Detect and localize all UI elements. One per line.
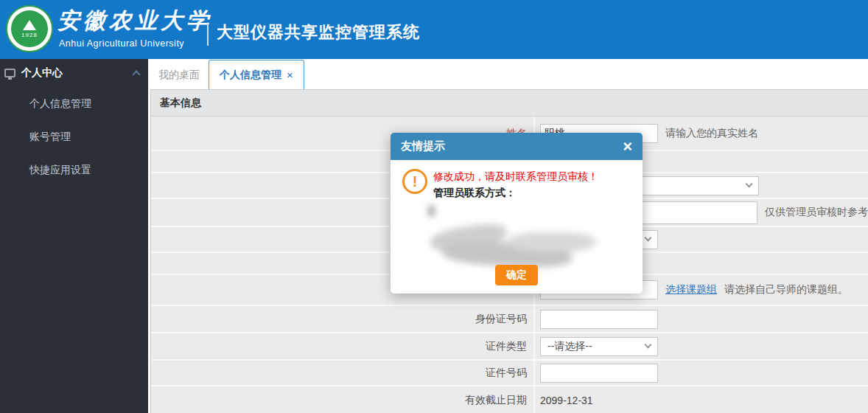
ok-button[interactable]: 确定	[495, 265, 538, 285]
sidebar-section-label: 个人中心	[21, 66, 133, 80]
form-row-cert-type: 证件类型 --请选择--	[151, 333, 868, 361]
logo-year: 1928	[21, 32, 38, 38]
valid-until-value: 2099-12-31	[540, 395, 593, 406]
university-name-cn: 安徽农业大学	[57, 6, 212, 36]
sidebar-item-account[interactable]: 账号管理	[0, 120, 148, 153]
chevron-down-icon	[746, 181, 753, 188]
form-row-id-number: 身份证号码	[151, 306, 868, 333]
dialog-body: ! 修改成功，请及时联系管理员审核！ 管理员联系方式： 确定	[391, 160, 643, 294]
field-label: 身份证号码	[151, 306, 535, 332]
select-value: --请选择--	[547, 340, 592, 353]
panel-title: 基本信息	[151, 90, 868, 117]
form-row-cert-number: 证件号码	[151, 361, 868, 386]
sidebar-item-personal-info[interactable]: 个人信息管理	[0, 87, 148, 120]
dialog-message: 修改成功，请及时联系管理员审核！	[433, 170, 598, 184]
cert-number-input[interactable]	[540, 364, 658, 383]
chevron-up-icon	[132, 70, 140, 78]
university-name-en: Anhui Agricultural University	[59, 38, 184, 49]
tree-icon	[23, 20, 36, 30]
tab-strip: 我的桌面 个人信息管理 ×	[148, 59, 868, 89]
dialog-header: 友情提示 ×	[391, 133, 643, 160]
id-number-input[interactable]	[540, 310, 658, 329]
form-row-valid-until: 有效截止日期 2099-12-31	[151, 386, 868, 413]
sidebar-section-personal-center[interactable]: 个人中心	[0, 59, 148, 87]
sidebar-item-quick-apps[interactable]: 快捷应用设置	[0, 153, 148, 187]
university-logo: 1928	[6, 5, 53, 52]
close-icon[interactable]: ×	[623, 139, 632, 155]
tab-label: 我的桌面	[158, 69, 200, 82]
notice-dialog: 友情提示 × ! 修改成功，请及时联系管理员审核！ 管理员联系方式： 确定	[391, 133, 643, 294]
banner-separator	[207, 24, 209, 46]
sidebar: 个人中心 个人信息管理 账号管理 快捷应用设置	[0, 59, 148, 413]
dialog-contact-label: 管理员联系方式：	[433, 187, 516, 200]
close-icon[interactable]: ×	[287, 69, 293, 81]
field-hint: 仅供管理员审核时参考	[765, 206, 868, 219]
tab-label: 个人信息管理	[220, 69, 281, 82]
select-research-group-link[interactable]: 选择课题组	[665, 283, 717, 296]
field-hint: 请选择自己导师的课题组。	[724, 283, 848, 296]
field-label: 证件类型	[151, 333, 535, 359]
university-logo-emblem: 1928	[11, 10, 48, 47]
tab-personal-info[interactable]: 个人信息管理 ×	[209, 60, 304, 89]
desktop-icon	[4, 69, 15, 77]
chevron-down-icon	[645, 341, 652, 349]
field-hint: 请输入您的真实姓名	[665, 127, 758, 140]
chevron-down-icon	[645, 235, 652, 242]
field-label: 证件号码	[151, 361, 535, 385]
system-title: 大型仪器共享监控管理系统	[217, 21, 420, 44]
dialog-title: 友情提示	[401, 139, 445, 153]
redacted-contact-info	[413, 206, 604, 272]
exclamation-circle-icon: !	[402, 169, 427, 194]
top-banner: 1928 安徽农业大学 Anhui Agricultural Universit…	[0, 0, 868, 59]
cert-type-select[interactable]: --请选择--	[540, 337, 658, 356]
tab-my-desktop[interactable]: 我的桌面	[150, 61, 209, 89]
field-label: 有效截止日期	[151, 386, 535, 413]
